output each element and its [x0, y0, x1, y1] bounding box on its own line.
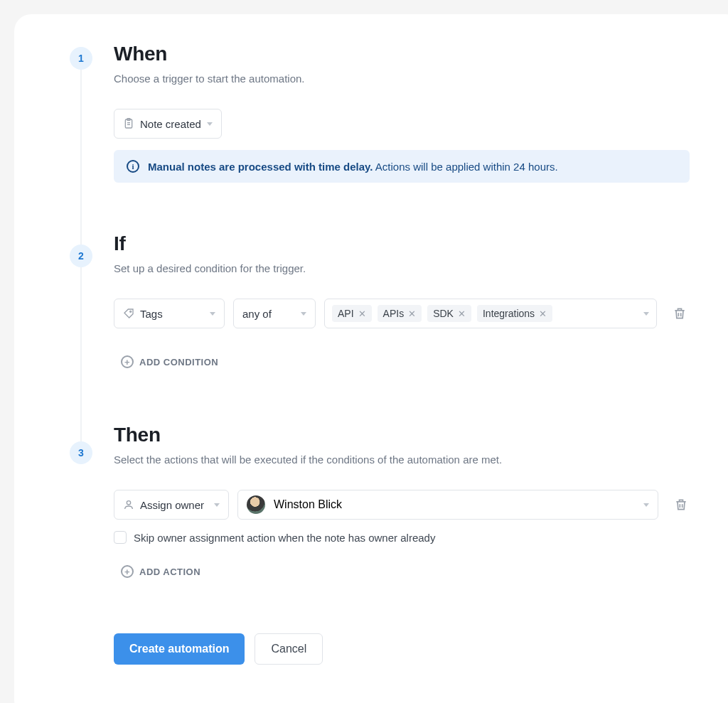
step-marker-3: 3: [70, 441, 92, 464]
cancel-button[interactable]: Cancel: [255, 633, 323, 665]
add-action-label: ADD ACTION: [139, 567, 200, 577]
trigger-select[interactable]: Note created: [114, 109, 222, 139]
chevron-down-icon: [643, 312, 649, 316]
delete-condition-button[interactable]: [673, 306, 687, 321]
tag-chip-label: Integrations: [483, 308, 535, 319]
condition-field-label: Tags: [140, 308, 163, 320]
step-subtitle: Set up a desired condition for the trigg…: [114, 262, 707, 274]
owner-name: Winston Blick: [274, 498, 342, 511]
tag-chip: APIs ✕: [378, 305, 422, 322]
info-icon: i: [127, 160, 139, 173]
condition-operator-label: any of: [242, 308, 272, 320]
delete-action-button[interactable]: [674, 498, 688, 512]
tag-chip-label: APIs: [383, 308, 405, 319]
tag-chip-label: SDK: [433, 308, 454, 319]
info-bold: Manual notes are processed with time del…: [148, 161, 373, 173]
owner-select[interactable]: Winston Blick: [237, 490, 658, 520]
step-subtitle: Choose a trigger to start the automation…: [114, 73, 707, 85]
remove-tag-icon[interactable]: ✕: [358, 308, 366, 319]
step-title: If: [114, 232, 707, 255]
remove-tag-icon[interactable]: ✕: [539, 308, 547, 319]
skip-assignment-checkbox[interactable]: [114, 531, 127, 544]
svg-point-7: [127, 501, 130, 505]
chevron-down-icon: [214, 503, 220, 507]
tag-chip-label: API: [338, 308, 354, 319]
trigger-label: Note created: [140, 118, 201, 130]
tag-chip: Integrations ✕: [477, 305, 552, 322]
step-connector: [80, 267, 82, 442]
chevron-down-icon: [643, 503, 649, 507]
condition-operator-select[interactable]: any of: [233, 299, 316, 328]
step-when: When Choose a trigger to start the autom…: [114, 43, 707, 183]
action-label: Assign owner: [140, 499, 204, 511]
plus-circle-icon: +: [121, 355, 134, 368]
step-subtitle: Select the actions that will be executed…: [114, 454, 707, 466]
add-condition-label: ADD CONDITION: [139, 357, 218, 367]
step-title: Then: [114, 424, 707, 446]
info-banner: i Manual notes are processed with time d…: [114, 150, 690, 183]
svg-point-4: [130, 311, 132, 312]
step-marker-1: 1: [70, 47, 92, 70]
avatar: [247, 495, 265, 514]
create-automation-button[interactable]: Create automation: [114, 633, 245, 665]
condition-field-select[interactable]: Tags: [114, 299, 225, 328]
checkbox-label: Skip owner assignment action when the no…: [134, 532, 435, 544]
chevron-down-icon: [207, 122, 213, 126]
note-icon: [123, 118, 134, 129]
condition-values-input[interactable]: API ✕ APIs ✕ SDK ✕ Integrations ✕: [324, 299, 657, 328]
chevron-down-icon: [301, 312, 306, 316]
step-marker-2: 2: [70, 245, 92, 267]
tag-icon: [123, 308, 134, 319]
step-connector: [80, 70, 82, 245]
step-title: When: [114, 43, 707, 65]
chevron-down-icon: [210, 312, 215, 316]
remove-tag-icon[interactable]: ✕: [408, 308, 416, 319]
info-text: Actions will be applied within 24 hours.: [375, 161, 558, 173]
action-select[interactable]: Assign owner: [114, 490, 229, 520]
add-action-button[interactable]: + ADD ACTION: [114, 559, 208, 584]
step-if: If Set up a desired condition for the tr…: [114, 232, 707, 374]
step-then: Then Select the actions that will be exe…: [114, 424, 707, 665]
add-condition-button[interactable]: + ADD CONDITION: [114, 350, 225, 374]
plus-circle-icon: +: [121, 565, 134, 578]
remove-tag-icon[interactable]: ✕: [458, 308, 466, 319]
person-icon: [123, 499, 134, 510]
tag-chip: SDK ✕: [427, 305, 471, 322]
tag-chip: API ✕: [332, 305, 372, 322]
